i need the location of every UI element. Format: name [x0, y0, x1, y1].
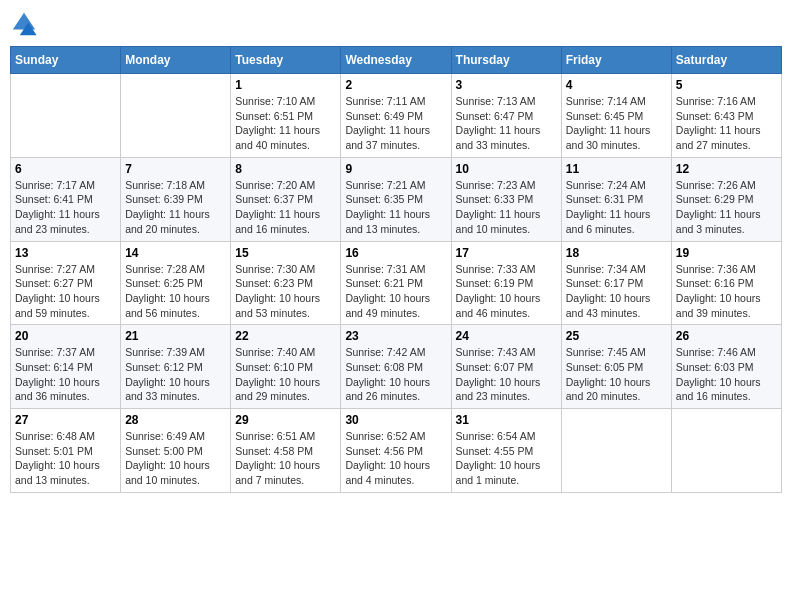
calendar-cell: 30Sunrise: 6:52 AM Sunset: 4:56 PM Dayli…: [341, 409, 451, 493]
calendar-table: SundayMondayTuesdayWednesdayThursdayFrid…: [10, 46, 782, 493]
day-info: Sunrise: 6:51 AM Sunset: 4:58 PM Dayligh…: [235, 429, 336, 488]
calendar-cell: 8Sunrise: 7:20 AM Sunset: 6:37 PM Daylig…: [231, 157, 341, 241]
calendar-cell: 10Sunrise: 7:23 AM Sunset: 6:33 PM Dayli…: [451, 157, 561, 241]
day-number: 20: [15, 329, 116, 343]
calendar-week-row: 20Sunrise: 7:37 AM Sunset: 6:14 PM Dayli…: [11, 325, 782, 409]
day-number: 18: [566, 246, 667, 260]
day-number: 15: [235, 246, 336, 260]
calendar-week-row: 27Sunrise: 6:48 AM Sunset: 5:01 PM Dayli…: [11, 409, 782, 493]
day-number: 19: [676, 246, 777, 260]
day-info: Sunrise: 7:17 AM Sunset: 6:41 PM Dayligh…: [15, 178, 116, 237]
day-number: 16: [345, 246, 446, 260]
day-number: 22: [235, 329, 336, 343]
calendar-cell: 3Sunrise: 7:13 AM Sunset: 6:47 PM Daylig…: [451, 74, 561, 158]
calendar-cell: 27Sunrise: 6:48 AM Sunset: 5:01 PM Dayli…: [11, 409, 121, 493]
day-number: 29: [235, 413, 336, 427]
day-info: Sunrise: 7:13 AM Sunset: 6:47 PM Dayligh…: [456, 94, 557, 153]
calendar-cell: 21Sunrise: 7:39 AM Sunset: 6:12 PM Dayli…: [121, 325, 231, 409]
calendar-week-row: 1Sunrise: 7:10 AM Sunset: 6:51 PM Daylig…: [11, 74, 782, 158]
weekday-header: Saturday: [671, 47, 781, 74]
day-info: Sunrise: 7:27 AM Sunset: 6:27 PM Dayligh…: [15, 262, 116, 321]
day-info: Sunrise: 7:42 AM Sunset: 6:08 PM Dayligh…: [345, 345, 446, 404]
calendar-cell: 1Sunrise: 7:10 AM Sunset: 6:51 PM Daylig…: [231, 74, 341, 158]
calendar-cell: [121, 74, 231, 158]
day-number: 24: [456, 329, 557, 343]
day-info: Sunrise: 7:39 AM Sunset: 6:12 PM Dayligh…: [125, 345, 226, 404]
day-number: 27: [15, 413, 116, 427]
page-header: [10, 10, 782, 38]
calendar-cell: 7Sunrise: 7:18 AM Sunset: 6:39 PM Daylig…: [121, 157, 231, 241]
day-number: 31: [456, 413, 557, 427]
day-info: Sunrise: 7:20 AM Sunset: 6:37 PM Dayligh…: [235, 178, 336, 237]
day-number: 13: [15, 246, 116, 260]
day-info: Sunrise: 7:43 AM Sunset: 6:07 PM Dayligh…: [456, 345, 557, 404]
day-info: Sunrise: 7:10 AM Sunset: 6:51 PM Dayligh…: [235, 94, 336, 153]
day-info: Sunrise: 7:36 AM Sunset: 6:16 PM Dayligh…: [676, 262, 777, 321]
day-info: Sunrise: 7:23 AM Sunset: 6:33 PM Dayligh…: [456, 178, 557, 237]
day-info: Sunrise: 7:46 AM Sunset: 6:03 PM Dayligh…: [676, 345, 777, 404]
day-info: Sunrise: 7:34 AM Sunset: 6:17 PM Dayligh…: [566, 262, 667, 321]
calendar-cell: 9Sunrise: 7:21 AM Sunset: 6:35 PM Daylig…: [341, 157, 451, 241]
calendar-cell: 6Sunrise: 7:17 AM Sunset: 6:41 PM Daylig…: [11, 157, 121, 241]
day-info: Sunrise: 7:14 AM Sunset: 6:45 PM Dayligh…: [566, 94, 667, 153]
day-info: Sunrise: 7:30 AM Sunset: 6:23 PM Dayligh…: [235, 262, 336, 321]
calendar-cell: [561, 409, 671, 493]
day-info: Sunrise: 7:45 AM Sunset: 6:05 PM Dayligh…: [566, 345, 667, 404]
day-number: 30: [345, 413, 446, 427]
day-number: 11: [566, 162, 667, 176]
day-info: Sunrise: 6:49 AM Sunset: 5:00 PM Dayligh…: [125, 429, 226, 488]
calendar-cell: 2Sunrise: 7:11 AM Sunset: 6:49 PM Daylig…: [341, 74, 451, 158]
calendar-cell: 4Sunrise: 7:14 AM Sunset: 6:45 PM Daylig…: [561, 74, 671, 158]
day-number: 3: [456, 78, 557, 92]
day-number: 28: [125, 413, 226, 427]
day-number: 5: [676, 78, 777, 92]
day-info: Sunrise: 6:48 AM Sunset: 5:01 PM Dayligh…: [15, 429, 116, 488]
day-number: 17: [456, 246, 557, 260]
calendar-cell: 14Sunrise: 7:28 AM Sunset: 6:25 PM Dayli…: [121, 241, 231, 325]
calendar-cell: 12Sunrise: 7:26 AM Sunset: 6:29 PM Dayli…: [671, 157, 781, 241]
day-info: Sunrise: 7:37 AM Sunset: 6:14 PM Dayligh…: [15, 345, 116, 404]
day-info: Sunrise: 7:33 AM Sunset: 6:19 PM Dayligh…: [456, 262, 557, 321]
day-number: 7: [125, 162, 226, 176]
calendar-cell: 19Sunrise: 7:36 AM Sunset: 6:16 PM Dayli…: [671, 241, 781, 325]
weekday-header: Thursday: [451, 47, 561, 74]
calendar-cell: [671, 409, 781, 493]
svg-marker-0: [13, 13, 35, 30]
day-info: Sunrise: 7:11 AM Sunset: 6:49 PM Dayligh…: [345, 94, 446, 153]
calendar-cell: 20Sunrise: 7:37 AM Sunset: 6:14 PM Dayli…: [11, 325, 121, 409]
calendar-cell: 5Sunrise: 7:16 AM Sunset: 6:43 PM Daylig…: [671, 74, 781, 158]
day-number: 9: [345, 162, 446, 176]
day-info: Sunrise: 7:31 AM Sunset: 6:21 PM Dayligh…: [345, 262, 446, 321]
day-number: 26: [676, 329, 777, 343]
calendar-cell: 16Sunrise: 7:31 AM Sunset: 6:21 PM Dayli…: [341, 241, 451, 325]
calendar-cell: 29Sunrise: 6:51 AM Sunset: 4:58 PM Dayli…: [231, 409, 341, 493]
calendar-cell: [11, 74, 121, 158]
day-info: Sunrise: 7:21 AM Sunset: 6:35 PM Dayligh…: [345, 178, 446, 237]
day-number: 12: [676, 162, 777, 176]
calendar-cell: 23Sunrise: 7:42 AM Sunset: 6:08 PM Dayli…: [341, 325, 451, 409]
day-info: Sunrise: 7:16 AM Sunset: 6:43 PM Dayligh…: [676, 94, 777, 153]
calendar-cell: 11Sunrise: 7:24 AM Sunset: 6:31 PM Dayli…: [561, 157, 671, 241]
weekday-header: Sunday: [11, 47, 121, 74]
calendar-cell: 25Sunrise: 7:45 AM Sunset: 6:05 PM Dayli…: [561, 325, 671, 409]
calendar-header-row: SundayMondayTuesdayWednesdayThursdayFrid…: [11, 47, 782, 74]
day-number: 10: [456, 162, 557, 176]
weekday-header: Wednesday: [341, 47, 451, 74]
calendar-cell: 17Sunrise: 7:33 AM Sunset: 6:19 PM Dayli…: [451, 241, 561, 325]
weekday-header: Tuesday: [231, 47, 341, 74]
calendar-cell: 15Sunrise: 7:30 AM Sunset: 6:23 PM Dayli…: [231, 241, 341, 325]
day-number: 4: [566, 78, 667, 92]
day-info: Sunrise: 7:28 AM Sunset: 6:25 PM Dayligh…: [125, 262, 226, 321]
day-number: 1: [235, 78, 336, 92]
logo: [10, 10, 42, 38]
day-info: Sunrise: 7:26 AM Sunset: 6:29 PM Dayligh…: [676, 178, 777, 237]
day-info: Sunrise: 6:54 AM Sunset: 4:55 PM Dayligh…: [456, 429, 557, 488]
calendar-cell: 18Sunrise: 7:34 AM Sunset: 6:17 PM Dayli…: [561, 241, 671, 325]
day-number: 14: [125, 246, 226, 260]
day-number: 23: [345, 329, 446, 343]
day-info: Sunrise: 7:40 AM Sunset: 6:10 PM Dayligh…: [235, 345, 336, 404]
calendar-week-row: 13Sunrise: 7:27 AM Sunset: 6:27 PM Dayli…: [11, 241, 782, 325]
calendar-cell: 13Sunrise: 7:27 AM Sunset: 6:27 PM Dayli…: [11, 241, 121, 325]
day-number: 8: [235, 162, 336, 176]
day-number: 21: [125, 329, 226, 343]
